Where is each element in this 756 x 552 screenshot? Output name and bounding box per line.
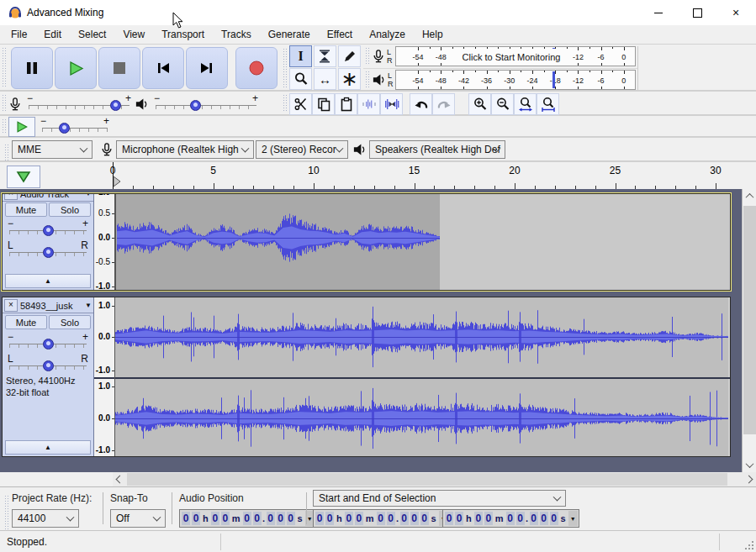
timeline-ruler[interactable]: 051015202530	[93, 162, 733, 190]
menu-generate[interactable]: Generate	[260, 26, 319, 43]
audio-host-select[interactable]: MME	[12, 140, 93, 159]
close-button[interactable]: ×	[716, 0, 755, 25]
time-digit[interactable]: 0	[387, 512, 395, 525]
track1-waveform[interactable]	[117, 194, 440, 290]
time-digit[interactable]: 0	[243, 512, 251, 525]
playback-volume-slider[interactable]: − +	[156, 95, 256, 113]
track1-waveform-area[interactable]	[115, 194, 730, 290]
undo-button[interactable]	[410, 93, 432, 115]
menu-tracks[interactable]: Tracks	[213, 26, 260, 43]
time-digit[interactable]: 0	[192, 512, 200, 525]
pause-button[interactable]	[11, 47, 53, 89]
track2-pan-slider[interactable]: L R	[9, 355, 87, 376]
selection-end-field[interactable]: 00h00m00.000s▼	[442, 509, 579, 528]
resize-grip[interactable]	[744, 540, 754, 550]
recording-channels-select[interactable]: 2 (Stereo) Recor	[256, 140, 348, 159]
menu-view[interactable]: View	[114, 26, 153, 43]
track1-name[interactable]: Audio Track	[20, 194, 85, 199]
track2-gain-slider[interactable]: − +	[9, 334, 87, 354]
time-unit[interactable]: h	[201, 513, 210, 523]
menu-edit[interactable]: Edit	[35, 26, 70, 43]
project-rate-select[interactable]: 44100	[12, 509, 79, 528]
envelope-tool-button[interactable]	[314, 45, 336, 67]
time-digit[interactable]: 0	[377, 512, 385, 525]
zoom-in-button[interactable]	[468, 93, 491, 115]
time-digit[interactable]: 0	[445, 512, 453, 525]
mixer-toolbar-grip[interactable]	[3, 95, 7, 113]
time-digit[interactable]: 0	[325, 512, 334, 525]
scroll-left-button[interactable]	[113, 472, 127, 486]
time-digit[interactable]: 0	[315, 512, 324, 525]
time-unit[interactable]: s	[296, 513, 304, 523]
playback-meter-grip[interactable]	[366, 71, 370, 88]
copy-button[interactable]	[312, 93, 335, 115]
menu-select[interactable]: Select	[70, 26, 114, 43]
track2-collapse-button[interactable]: ▲	[5, 440, 91, 455]
time-unit[interactable]: s	[430, 513, 438, 523]
track1-collapse-button[interactable]: ▲	[5, 274, 91, 288]
stop-button[interactable]	[98, 47, 140, 89]
tools-toolbar-grip[interactable]	[283, 49, 288, 87]
track-close-icon[interactable]: ×	[4, 194, 18, 200]
menu-effect[interactable]: Effect	[319, 26, 361, 43]
edit-toolbar-grip[interactable]	[283, 95, 288, 113]
slider-thumb[interactable]	[43, 339, 54, 350]
multi-tool-button[interactable]: ∗	[338, 68, 361, 90]
recording-device-select[interactable]: Microphone (Realtek High	[116, 140, 254, 159]
time-digit[interactable]: 0	[182, 512, 190, 525]
time-digit[interactable]: 0	[530, 512, 538, 525]
recording-meter[interactable]: -54-48-42-36-30-24-18-12-60Click to Star…	[395, 46, 636, 66]
time-digit[interactable]: 0	[474, 512, 483, 525]
time-unit[interactable]: .	[396, 513, 399, 523]
play-button[interactable]	[55, 47, 97, 89]
time-digit[interactable]: 0	[455, 512, 463, 525]
meter-monitoring-hint[interactable]: Click to Start Monitoring	[452, 49, 571, 66]
time-digit[interactable]: 0	[550, 512, 558, 525]
time-digit[interactable]: 0	[267, 512, 275, 525]
time-unit[interactable]: m	[494, 513, 505, 523]
time-digit[interactable]: 0	[540, 512, 548, 525]
track1-clip[interactable]	[115, 194, 440, 290]
track2-waveform-area[interactable]	[115, 297, 730, 456]
horizontal-scrollbar[interactable]	[113, 472, 756, 486]
vertical-scroll-thumb[interactable]	[743, 206, 756, 434]
recording-volume-slider[interactable]: − +	[29, 95, 130, 113]
maximize-button[interactable]	[678, 0, 716, 25]
track2-name[interactable]: 58493__jusk	[20, 301, 85, 311]
track2-right-waveform[interactable]	[115, 379, 728, 456]
slider-thumb[interactable]	[190, 100, 201, 111]
paste-button[interactable]	[335, 93, 357, 115]
solo-button[interactable]: Solo	[49, 202, 91, 217]
cut-button[interactable]	[289, 93, 312, 115]
scroll-up-button[interactable]	[743, 189, 756, 203]
menu-help[interactable]: Help	[414, 26, 452, 43]
time-unit[interactable]: m	[230, 513, 242, 523]
time-digit[interactable]: 0	[506, 512, 515, 525]
mute-button[interactable]: Mute	[5, 315, 47, 329]
time-unit[interactable]: s	[559, 513, 568, 523]
horizontal-scroll-thumb[interactable]	[127, 473, 727, 486]
track2-left-waveform[interactable]	[115, 297, 728, 376]
skip-to-end-button[interactable]	[186, 47, 228, 89]
time-digit[interactable]: 0	[277, 512, 285, 525]
transport-toolbar-grip[interactable]	[3, 48, 7, 88]
zoom-out-button[interactable]	[491, 93, 514, 115]
time-digit[interactable]: 0	[221, 512, 230, 525]
snap-to-select[interactable]: Off	[110, 509, 166, 528]
track-menu-arrow-icon[interactable]: ▼	[85, 194, 92, 197]
minimize-button[interactable]	[639, 0, 678, 25]
slider-thumb[interactable]	[59, 123, 70, 134]
skip-to-start-button[interactable]	[142, 47, 184, 89]
audio-position-field[interactable]: 00h00m00.000s▼	[179, 509, 316, 528]
track1-pan-slider[interactable]: L R	[9, 242, 87, 262]
scroll-right-button[interactable]	[742, 472, 756, 486]
time-unit[interactable]: m	[364, 513, 376, 523]
time-format-arrow-icon[interactable]: ▼	[568, 511, 578, 526]
play-speed-slider[interactable]: − +	[42, 118, 108, 136]
time-unit[interactable]: .	[526, 513, 529, 523]
menu-analyze[interactable]: Analyze	[361, 26, 414, 43]
track-close-icon[interactable]: ×	[4, 299, 18, 312]
fit-project-button[interactable]	[537, 93, 559, 115]
title-bar[interactable]: Advanced Mixing ×	[0, 0, 756, 25]
fit-selection-button[interactable]	[514, 93, 537, 115]
